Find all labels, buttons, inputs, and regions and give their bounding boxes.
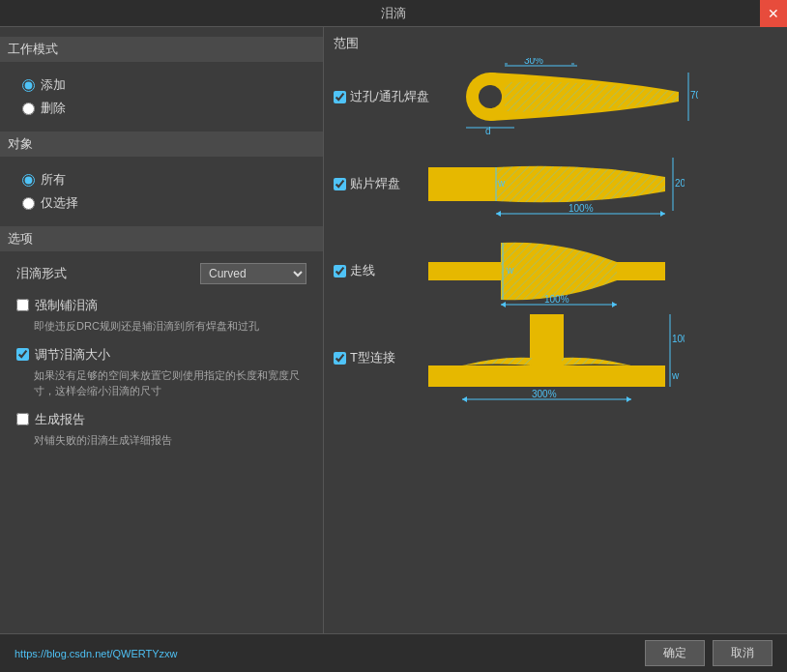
t-connect-label: T型连接	[350, 349, 395, 366]
svg-text:30%: 30%	[524, 58, 543, 66]
section-options: 选项	[0, 226, 323, 251]
checkbox-adjust-size[interactable]: 调节泪滴大小	[15, 343, 308, 366]
force-teardrop-section: 强制铺泪滴 即使违反DRC规则还是辅泪滴到所有焊盘和过孔	[15, 288, 308, 339]
smd-pad-label: 贴片焊盘	[350, 175, 400, 192]
svg-text:w: w	[671, 370, 680, 381]
target-group: 所有 仅选择	[15, 164, 308, 219]
gen-report-section: 生成报告 对铺失败的泪滴生成详细报告	[15, 404, 308, 453]
svg-text:100%: 100%	[672, 334, 685, 344]
svg-text:d: d	[485, 126, 491, 135]
section-target: 对象	[0, 131, 323, 157]
close-icon: ✕	[768, 6, 779, 21]
through-hole-diagram: 30% 70% d	[437, 58, 777, 135]
svg-text:100%: 100%	[544, 294, 569, 305]
adjust-size-desc: 如果没有足够的空间来放置它则使用指定的长度和宽度尺寸，这样会缩小泪滴的尺寸	[15, 366, 308, 402]
confirm-button[interactable]: 确定	[645, 640, 705, 666]
svg-rect-36	[428, 365, 665, 387]
through-hole-row: 过孔/通孔焊盘	[334, 58, 777, 135]
dialog-title: 泪滴	[381, 5, 406, 22]
radio-delete[interactable]: 删除	[15, 97, 308, 120]
svg-text:70%: 70%	[690, 90, 698, 101]
work-mode-group: 添加 删除	[15, 70, 308, 124]
teardrop-style-select[interactable]: Curved Linear	[200, 263, 306, 284]
smd-pad-svg: w 200% 100%	[423, 148, 685, 220]
t-connect-row: T型连接	[334, 319, 777, 396]
checkbox-gen-report[interactable]: 生成报告	[15, 408, 308, 431]
checkbox-trace[interactable]: 走线	[334, 262, 416, 279]
range-title: 范围	[334, 35, 777, 52]
svg-rect-14	[428, 167, 496, 201]
checkbox-through-hole[interactable]: 过孔/通孔焊盘	[334, 88, 429, 105]
t-connect-diagram: 100% w 300%	[423, 319, 777, 396]
teardrop-style-label: 泪滴形式	[16, 265, 200, 282]
checkbox-smd-pad[interactable]: 贴片焊盘	[334, 175, 416, 192]
svg-text:100%: 100%	[568, 203, 594, 214]
title-bar: 泪滴 ✕	[0, 0, 787, 27]
adjust-size-section: 调节泪滴大小 如果没有足够的空间来放置它则使用指定的长度和宽度尺寸，这样会缩小泪…	[15, 339, 308, 404]
through-hole-label: 过孔/通孔焊盘	[350, 88, 429, 105]
svg-point-3	[479, 85, 502, 108]
radio-selected[interactable]: 仅选择	[15, 191, 308, 215]
footer-link: https://blog.csdn.net/QWERTYzxw	[15, 648, 637, 659]
radio-add[interactable]: 添加	[15, 73, 308, 97]
teardrop-style-row: 泪滴形式 Curved Linear	[15, 259, 308, 288]
force-teardrop-desc: 即使违反DRC规则还是辅泪滴到所有焊盘和过孔	[15, 317, 308, 337]
svg-text:300%: 300%	[532, 389, 557, 399]
smd-pad-diagram: w 200% 100%	[423, 145, 777, 222]
radio-all[interactable]: 所有	[15, 168, 308, 191]
main-content: 工作模式 添加 删除 对象 所有 仅选择	[0, 27, 787, 633]
cancel-button[interactable]: 取消	[713, 640, 772, 666]
svg-text:w: w	[497, 178, 506, 189]
smd-pad-row: 贴片焊盘	[334, 145, 777, 222]
t-connect-svg: 100% w 300%	[423, 309, 685, 406]
checkbox-force-teardrop[interactable]: 强制铺泪滴	[15, 294, 308, 317]
right-panel: 范围 过孔/通孔焊盘	[324, 27, 787, 633]
trace-row: 走线	[334, 232, 777, 309]
section-work-mode: 工作模式	[0, 37, 323, 62]
trace-label: 走线	[350, 262, 375, 279]
svg-text:w: w	[506, 265, 514, 276]
svg-text:200%: 200%	[675, 178, 685, 189]
close-button[interactable]: ✕	[760, 0, 787, 27]
trace-svg: w 100%	[423, 235, 685, 307]
svg-rect-37	[530, 314, 564, 367]
footer: https://blog.csdn.net/QWERTYzxw 确定 取消	[0, 633, 787, 672]
trace-diagram: w 100%	[423, 232, 777, 309]
through-hole-svg: 30% 70% d	[437, 58, 698, 135]
gen-report-desc: 对铺失败的泪滴生成详细报告	[15, 431, 308, 452]
checkbox-t-connect[interactable]: T型连接	[334, 349, 416, 366]
left-panel: 工作模式 添加 删除 对象 所有 仅选择	[0, 27, 324, 633]
